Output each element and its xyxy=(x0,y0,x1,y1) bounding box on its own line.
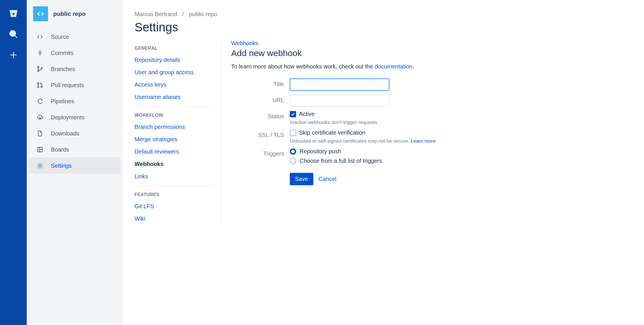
pipeline-icon xyxy=(37,98,43,105)
settings-section-workflow: WORKFLOW xyxy=(135,109,214,121)
svg-point-0 xyxy=(10,30,16,36)
settings-link-git-lfs[interactable]: Git LFS xyxy=(135,200,214,213)
url-input[interactable] xyxy=(290,95,389,107)
svg-line-1 xyxy=(15,35,17,38)
sidebar-item-label: Pull requests xyxy=(51,82,84,89)
save-button[interactable]: Save xyxy=(290,173,313,185)
settings-link-username-aliases[interactable]: Username aliases xyxy=(135,91,214,103)
sidebar-item-label: Pipelines xyxy=(51,98,74,105)
commit-icon xyxy=(37,49,43,56)
skip-cert-checkbox[interactable] xyxy=(290,130,296,136)
active-label: Active xyxy=(299,111,315,117)
sidebar-item-boards[interactable]: Boards xyxy=(29,142,121,158)
settings-link-wiki[interactable]: Wiki xyxy=(135,213,214,225)
webhooks-parent-link[interactable]: Webhooks xyxy=(231,40,632,47)
ssl-help: Untrusted or self-signed certificates ma… xyxy=(290,138,436,144)
repo-title: public repo xyxy=(53,10,86,17)
skip-cert-label: Skip certificate verification xyxy=(299,129,365,136)
settings-link-branch-permissions[interactable]: Branch permissions xyxy=(135,121,214,133)
label-ssl: SSL / TLS xyxy=(231,129,290,138)
code-icon xyxy=(37,33,43,40)
settings-link-links[interactable]: Links xyxy=(135,170,214,183)
trigger-push-radio[interactable] xyxy=(290,148,296,155)
download-icon xyxy=(37,130,43,137)
sidebar-item-label: Source xyxy=(51,34,69,40)
label-url: URL xyxy=(231,95,290,104)
settings-link-webhooks[interactable]: Webhooks xyxy=(135,158,214,170)
svg-point-11 xyxy=(38,86,39,88)
breadcrumb-repo[interactable]: public repo xyxy=(189,11,217,18)
content-heading: Add new webhook xyxy=(231,48,632,58)
learn-more-link[interactable]: Learn more xyxy=(411,138,436,144)
main-content: Marcus Bertrand / public repo Settings G… xyxy=(123,0,644,325)
settings-nav: GENERAL Repository details User and grou… xyxy=(135,40,221,225)
repo-avatar-icon xyxy=(33,6,48,21)
sidebar-item-label: Settings xyxy=(51,162,72,169)
bitbucket-logo-icon[interactable] xyxy=(9,9,18,18)
trigger-choose-radio[interactable] xyxy=(290,158,296,164)
sidebar-item-label: Boards xyxy=(51,146,69,153)
settings-link-merge-strategies[interactable]: Merge strategies xyxy=(135,133,214,146)
sidebar-item-downloads[interactable]: Downloads xyxy=(29,125,121,142)
board-icon xyxy=(37,146,43,153)
breadcrumb-separator: / xyxy=(182,11,184,18)
gear-icon xyxy=(37,162,43,169)
svg-point-9 xyxy=(41,68,43,69)
repo-sidebar: public repo Source Commits Branches Pull… xyxy=(27,0,123,325)
label-status: Status xyxy=(231,111,290,120)
branch-icon xyxy=(37,66,43,72)
settings-section-features: FEATURES xyxy=(135,188,214,200)
sidebar-item-settings[interactable]: Settings xyxy=(29,158,121,174)
settings-link-default-reviewers[interactable]: Default reviewers xyxy=(135,146,214,158)
label-triggers: Triggers xyxy=(231,148,290,157)
settings-link-user-group-access[interactable]: User and group access xyxy=(135,66,214,79)
svg-point-12 xyxy=(41,86,43,88)
sidebar-item-deployments[interactable]: Deployments xyxy=(29,109,121,125)
cancel-button[interactable]: Cancel xyxy=(319,176,336,182)
repo-header: public repo xyxy=(27,6,123,26)
sidebar-item-label: Branches xyxy=(51,66,75,72)
svg-point-4 xyxy=(39,52,41,54)
repo-nav: Source Commits Branches Pull requests Pi… xyxy=(27,26,123,174)
breadcrumb: Marcus Bertrand / public repo xyxy=(135,11,632,18)
breadcrumb-owner[interactable]: Marcus Bertrand xyxy=(135,11,177,18)
settings-link-repository-details[interactable]: Repository details xyxy=(135,54,214,66)
page-title: Settings xyxy=(135,20,632,34)
sidebar-item-label: Deployments xyxy=(51,114,85,121)
sidebar-item-label: Downloads xyxy=(51,130,79,137)
sidebar-item-pipelines[interactable]: Pipelines xyxy=(29,93,121,109)
svg-point-7 xyxy=(38,66,39,68)
global-rail xyxy=(0,0,27,325)
settings-link-access-keys[interactable]: Access keys xyxy=(135,79,214,91)
sidebar-item-source[interactable]: Source xyxy=(29,29,121,45)
pull-request-icon xyxy=(37,82,43,89)
sidebar-item-branches[interactable]: Branches xyxy=(29,61,121,77)
svg-point-10 xyxy=(38,83,39,84)
status-help: Inactive webhooks don't trigger requests… xyxy=(290,120,378,125)
documentation-link[interactable]: documentation xyxy=(375,63,412,70)
settings-content: Webhooks Add new webhook To learn more a… xyxy=(221,40,632,225)
sidebar-item-commits[interactable]: Commits xyxy=(29,45,121,61)
trigger-choose-label: Choose from a full list of triggers xyxy=(300,158,382,164)
search-icon[interactable] xyxy=(9,29,18,39)
sidebar-item-pull-requests[interactable]: Pull requests xyxy=(29,77,121,93)
settings-section-general: GENERAL xyxy=(135,42,214,54)
active-checkbox[interactable] xyxy=(290,111,296,117)
trigger-push-label: Repository push xyxy=(300,148,341,155)
intro-text: To learn more about how webhooks work, c… xyxy=(231,63,632,70)
deploy-icon xyxy=(37,114,43,121)
title-input[interactable] xyxy=(290,79,389,91)
plus-icon[interactable] xyxy=(9,50,18,60)
label-title: Title xyxy=(231,79,290,87)
sidebar-item-label: Commits xyxy=(51,50,74,56)
svg-point-16 xyxy=(39,165,41,167)
